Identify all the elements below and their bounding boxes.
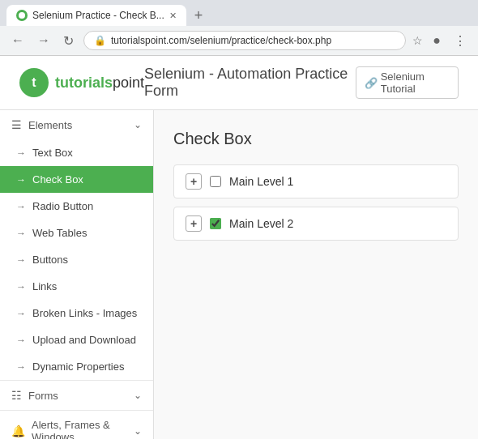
checkbox-item-2: + Main Level 2 xyxy=(173,207,459,241)
sidebar-item-broken-links[interactable]: → Broken Links - Images xyxy=(0,300,153,326)
sidebar-item-label: Radio Button xyxy=(32,200,93,212)
address-bar: ← → ↻ 🔒 tutorialspoint.com/selenium/prac… xyxy=(0,26,478,55)
tab-close-button[interactable]: ✕ xyxy=(169,11,177,21)
sidebar-section-elements: ☰ Elements ⌄ → Text Box → Check Box → Ra… xyxy=(0,110,153,381)
sidebar-item-label: Buttons xyxy=(32,254,68,266)
expand-button-1[interactable]: + xyxy=(186,173,202,190)
sidebar-item-buttons[interactable]: → Buttons xyxy=(0,246,153,273)
sidebar-item-links[interactable]: → Links xyxy=(0,273,153,300)
logo-icon: t xyxy=(19,68,49,97)
tab-bar: Selenium Practice - Check B... ✕ + xyxy=(0,0,478,26)
arrow-icon: → xyxy=(16,335,26,346)
sidebar-item-radio-button[interactable]: → Radio Button xyxy=(0,193,153,220)
alerts-label: Alerts, Frames & Windows xyxy=(32,419,134,439)
sidebar: ☰ Elements ⌄ → Text Box → Check Box → Ra… xyxy=(0,110,154,439)
forms-icon: ☷ xyxy=(11,389,22,402)
sidebar-item-upload-download[interactable]: → Upload and Download xyxy=(0,326,153,353)
url-text: tutorialspoint.com/selenium/practice/che… xyxy=(111,35,395,46)
extensions-icon[interactable]: ● xyxy=(429,33,444,48)
expand-button-2[interactable]: + xyxy=(186,215,202,232)
sidebar-item-label: Broken Links - Images xyxy=(32,307,137,319)
sidebar-item-dynamic-properties[interactable]: → Dynamic Properties xyxy=(0,353,153,380)
content-title: Check Box xyxy=(173,130,459,148)
sidebar-item-check-box[interactable]: → Check Box xyxy=(0,166,153,193)
logo-brand: tutorials xyxy=(55,75,113,91)
site-logo: t tutorialspoint xyxy=(19,68,144,97)
arrow-icon: → xyxy=(16,308,26,319)
external-link-icon: 🔗 xyxy=(365,77,378,89)
tutorial-link-text: Selenium Tutorial xyxy=(381,70,450,95)
sidebar-section-alerts: 🔔 Alerts, Frames & Windows ⌄ xyxy=(0,411,153,439)
forms-label: Forms xyxy=(28,390,58,402)
bell-icon: 🔔 xyxy=(11,425,25,437)
checkbox-label-2[interactable]: Main Level 2 xyxy=(229,217,293,230)
browser-chrome: Selenium Practice - Check B... ✕ + ← → ↻… xyxy=(0,0,478,56)
bookmark-icon[interactable]: ☆ xyxy=(412,34,423,47)
arrow-icon: → xyxy=(16,174,26,186)
sidebar-item-web-tables[interactable]: → Web Tables xyxy=(0,220,153,246)
arrow-icon: → xyxy=(16,228,26,239)
reload-button[interactable]: ↻ xyxy=(60,32,77,50)
hamburger-icon: ☰ xyxy=(11,118,22,131)
checkbox-2[interactable] xyxy=(210,218,221,229)
tab-favicon xyxy=(16,10,28,21)
forms-section-header[interactable]: ☷ Forms ⌄ xyxy=(0,381,153,410)
logo-suffix: point xyxy=(113,75,144,91)
site-header: t tutorialspoint Selenium - Automation P… xyxy=(0,56,478,110)
elements-section-header[interactable]: ☰ Elements ⌄ xyxy=(0,110,153,139)
svg-point-0 xyxy=(19,12,25,19)
lock-icon: 🔒 xyxy=(94,35,106,46)
menu-icon[interactable]: ⋮ xyxy=(450,33,470,49)
main-area: ☰ Elements ⌄ → Text Box → Check Box → Ra… xyxy=(0,110,478,439)
back-button[interactable]: ← xyxy=(8,32,28,49)
elements-chevron-icon: ⌄ xyxy=(134,119,142,130)
alerts-chevron-icon: ⌄ xyxy=(134,425,142,437)
sidebar-item-label: Check Box xyxy=(32,173,83,186)
arrow-icon: → xyxy=(16,147,26,159)
arrow-icon: → xyxy=(16,254,26,266)
arrow-icon: → xyxy=(16,281,26,292)
alerts-section-header[interactable]: 🔔 Alerts, Frames & Windows ⌄ xyxy=(0,411,153,439)
url-box[interactable]: 🔒 tutorialspoint.com/selenium/practice/c… xyxy=(83,31,406,50)
sidebar-item-label: Text Box xyxy=(32,147,73,159)
new-tab-button[interactable]: + xyxy=(190,7,208,24)
sidebar-section-forms: ☷ Forms ⌄ xyxy=(0,381,153,411)
sidebar-item-label: Links xyxy=(32,280,57,292)
elements-label: Elements xyxy=(28,119,72,131)
checkbox-item-1: + Main Level 1 xyxy=(173,164,459,198)
tutorial-link[interactable]: 🔗 Selenium Tutorial xyxy=(356,66,459,99)
arrow-icon: → xyxy=(16,361,26,373)
forward-button[interactable]: → xyxy=(34,32,53,49)
sidebar-item-text-box[interactable]: → Text Box xyxy=(0,139,153,166)
page-title: Selenium - Automation Practice Form xyxy=(144,66,356,100)
logo-text: tutorialspoint xyxy=(55,75,144,92)
page: t tutorialspoint Selenium - Automation P… xyxy=(0,56,478,439)
sidebar-item-label: Upload and Download xyxy=(32,334,136,346)
sidebar-item-label: Dynamic Properties xyxy=(32,361,124,373)
content-area: Check Box + Main Level 1 + Main Level 2 xyxy=(154,110,478,439)
checkbox-label-1[interactable]: Main Level 1 xyxy=(229,175,293,188)
forms-chevron-icon: ⌄ xyxy=(134,390,142,401)
sidebar-item-label: Web Tables xyxy=(32,227,87,239)
tab-title: Selenium Practice - Check B... xyxy=(32,10,164,21)
arrow-icon: → xyxy=(16,201,26,212)
active-tab[interactable]: Selenium Practice - Check B... ✕ xyxy=(6,5,186,26)
checkbox-1[interactable] xyxy=(210,176,221,187)
